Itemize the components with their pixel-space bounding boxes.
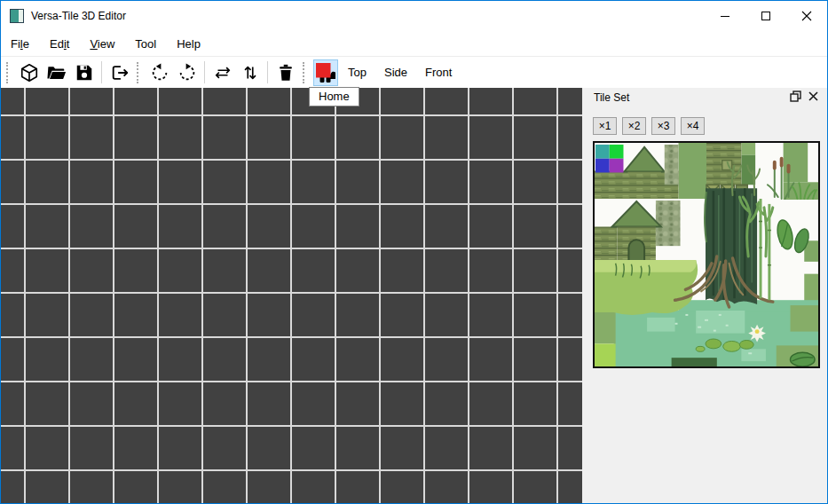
toolbar-separator	[101, 61, 102, 83]
flip-vertical-icon	[241, 63, 260, 83]
zoom-x2-button[interactable]: ×2	[622, 117, 646, 135]
open-folder-icon	[47, 63, 67, 83]
tileset-panel-title: Tile Set	[594, 91, 785, 104]
flip-horizontal-button[interactable]	[210, 59, 235, 86]
toolbar-handle[interactable]	[6, 62, 10, 83]
menu-item-edit[interactable]: Edit	[43, 34, 76, 54]
cube-icon	[20, 63, 39, 83]
view-side-button[interactable]: Side	[376, 59, 415, 86]
close-panel-button[interactable]	[806, 91, 820, 105]
tileset-image[interactable]	[593, 141, 820, 368]
rotate-cw-button[interactable]	[175, 59, 200, 86]
save-icon	[75, 63, 94, 83]
home-button[interactable]	[313, 59, 338, 86]
close-icon	[801, 11, 812, 21]
title-bar: Versa-Tile 3D Editor	[1, 1, 827, 31]
zoom-x4-button[interactable]: ×4	[681, 117, 705, 135]
toolbar-handle[interactable]	[303, 62, 306, 83]
tileset-panel-header[interactable]: Tile Set	[582, 88, 827, 107]
zoom-x3-button[interactable]: ×3	[651, 117, 675, 135]
menu-item-tool[interactable]: Tool	[128, 34, 163, 54]
map-grid-canvas[interactable]	[1, 88, 582, 503]
close-icon	[808, 91, 818, 104]
save-button[interactable]	[72, 59, 97, 86]
zoom-x1-button[interactable]: ×1	[593, 117, 617, 135]
rotate-ccw-button[interactable]	[147, 59, 172, 86]
home-icon	[315, 62, 336, 83]
rotate-ccw-icon	[150, 63, 170, 83]
menu-item-file[interactable]: File	[4, 34, 36, 54]
export-button[interactable]	[107, 59, 132, 86]
toolbar-handle[interactable]	[137, 62, 140, 83]
minimize-icon	[720, 11, 730, 21]
flip-vertical-button[interactable]	[238, 59, 263, 86]
float-panel-button[interactable]	[788, 91, 802, 105]
new-model-button[interactable]	[17, 59, 42, 86]
window-controls	[705, 1, 827, 31]
tileset-panel: Tile Set ×1 ×2 ×3 ×4	[582, 88, 827, 503]
tileset-zoom-buttons: ×1 ×2 ×3 ×4	[593, 117, 827, 135]
toolbar-separator	[204, 61, 205, 83]
maximize-icon	[761, 11, 771, 21]
maximize-button[interactable]	[745, 1, 786, 31]
app-window: Versa-Tile 3D Editor File Edit View Tool…	[0, 0, 828, 504]
export-icon	[110, 63, 130, 83]
flip-horizontal-icon	[213, 63, 233, 83]
view-front-button[interactable]: Front	[417, 59, 460, 86]
menu-item-view[interactable]: View	[83, 34, 122, 54]
toolbar-separator	[267, 61, 268, 83]
app-icon	[10, 9, 24, 23]
window-title: Versa-Tile 3D Editor	[31, 10, 705, 22]
minimize-button[interactable]	[705, 1, 745, 31]
home-tooltip: Home	[309, 87, 359, 106]
delete-button[interactable]	[273, 59, 298, 86]
trash-icon	[276, 63, 296, 83]
toolbar: Top Side Front	[1, 56, 827, 88]
float-icon	[790, 91, 801, 105]
open-button[interactable]	[44, 59, 69, 86]
view-top-button[interactable]: Top	[340, 59, 375, 86]
menu-item-help[interactable]: Help	[170, 34, 208, 54]
close-button[interactable]	[786, 1, 827, 31]
menu-bar: File Edit View Tool Help	[1, 31, 827, 56]
rotate-cw-icon	[177, 63, 197, 83]
content-area: Tile Set ×1 ×2 ×3 ×4	[1, 88, 827, 503]
